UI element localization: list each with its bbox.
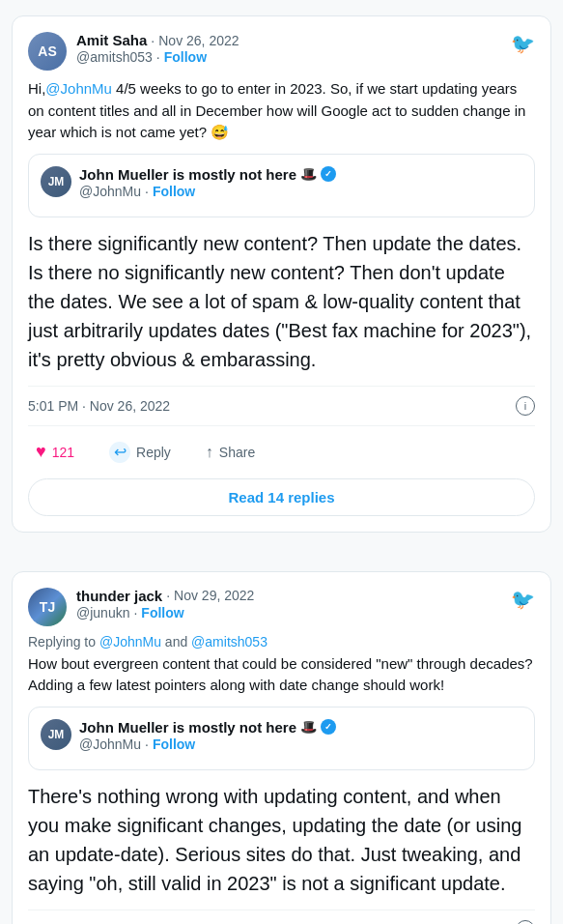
tweet2-original-avatar: TJ xyxy=(28,588,67,626)
tweet2-reply-box: JM John Mueller is mostly not here 🎩 ✓ @… xyxy=(28,707,535,770)
info-icon-1[interactable]: i xyxy=(516,396,535,416)
avatar-img-john-bot: JM xyxy=(41,719,71,750)
tweet1-original-dot: · xyxy=(151,33,155,48)
tweet1-meta-time: 5:01 PM · Nov 26, 2022 xyxy=(28,398,170,414)
avatar-img-thunder: TJ xyxy=(28,588,67,626)
tweet2-replying-mention2: @amitsh053 xyxy=(191,634,267,650)
tweet1-original-follow-link[interactable]: Follow xyxy=(164,49,207,65)
tweet1-reply-avatar: JM xyxy=(41,166,71,197)
twitter-icon-2: 🐦 xyxy=(511,588,535,611)
tweet2-original-date: Nov 29, 2022 xyxy=(174,588,254,603)
tweet1-original-date: Nov 26, 2022 xyxy=(158,33,239,48)
tweet1-reply-label: Reply xyxy=(136,445,171,460)
tweet2-reply-handle: @JohnMu xyxy=(79,736,141,752)
tweet2-main-text: There's nothing wrong with updating cont… xyxy=(28,782,535,898)
tweet2-reply-follow-dot: · xyxy=(145,736,149,752)
tweet2-replying-and: and xyxy=(165,634,187,650)
tweet2-original-follow-link[interactable]: Follow xyxy=(141,605,183,621)
tweet2-original-follow-dot: · xyxy=(133,605,137,621)
avatar-img-amit: AS xyxy=(28,32,67,71)
tweet2-original-user-info: thunder jack · Nov 29, 2022 @junukn · Fo… xyxy=(76,588,501,621)
spacer xyxy=(0,548,563,556)
tweet1-reply-name-row: John Mueller is mostly not here 🎩 ✓ xyxy=(79,166,522,183)
info-icon-2[interactable]: i xyxy=(516,920,535,925)
twitter-icon-1: 🐦 xyxy=(511,32,535,55)
tweet2-reply-name-row: John Mueller is mostly not here 🎩 ✓ xyxy=(79,719,522,736)
tweet1-meta: 5:01 PM · Nov 26, 2022 i xyxy=(28,386,535,426)
tweet2-reply-avatar: JM xyxy=(41,719,71,750)
tweet2-replying-mention1: @JohnMu xyxy=(99,634,161,650)
tweet2-reply-header: JM John Mueller is mostly not here 🎩 ✓ @… xyxy=(41,719,522,752)
heart-icon-1: ♥ xyxy=(36,442,46,462)
tweet2-original-dot: · xyxy=(166,588,170,603)
tweet2-reply-follow-link[interactable]: Follow xyxy=(153,736,195,752)
tweet1-share-button[interactable]: ↑ Share xyxy=(198,440,263,465)
tweet1-original-name-row: Amit Saha · Nov 26, 2022 xyxy=(76,32,501,48)
verified-badge-2: ✓ xyxy=(321,719,336,735)
tweet1-reply-follow-dot: · xyxy=(145,184,149,199)
tweet-card-1: AS Amit Saha · Nov 26, 2022 @amitsh053 ·… xyxy=(12,15,551,533)
tweet1-reply-handle: @JohnMu xyxy=(79,184,141,199)
tweet1-main-text: Is there significantly new content? Then… xyxy=(28,229,535,374)
tweet1-share-label: Share xyxy=(219,445,255,460)
tweet2-original-text: How bout evergreen content that could be… xyxy=(28,653,535,697)
tweet1-reply-header: JM John Mueller is mostly not here 🎩 ✓ @… xyxy=(41,166,522,199)
tweet2-reply-display-name: John Mueller is mostly not here xyxy=(79,719,296,736)
tweet2-reply-user-info: John Mueller is mostly not here 🎩 ✓ @Joh… xyxy=(79,719,522,752)
verified-badge-1: ✓ xyxy=(321,166,336,182)
tweet1-reply-button[interactable]: ↩ Reply xyxy=(101,438,179,467)
share-icon-1: ↑ xyxy=(206,444,213,461)
tweet1-reply-user-info: John Mueller is mostly not here 🎩 ✓ @Joh… xyxy=(79,166,522,199)
tweet1-original-text: Hi,@JohnMu 4/5 weeks to go to enter in 2… xyxy=(28,78,535,144)
hat-emoji-1: 🎩 xyxy=(300,166,317,182)
tweet1-original-follow-dot: · xyxy=(156,49,160,65)
tweet2-original-handle: @junukn xyxy=(76,605,129,621)
tweet-card-2: TJ thunder jack · Nov 29, 2022 @junukn ·… xyxy=(12,571,551,925)
replying-to-prefix: Replying to xyxy=(28,634,96,650)
tweet1-mention-johnmu: @JohnMu xyxy=(45,80,112,97)
tweet1-original-avatar: AS xyxy=(28,32,67,71)
tweet2-original-name-row: thunder jack · Nov 29, 2022 xyxy=(76,588,501,604)
tweet1-read-replies-button[interactable]: Read 14 replies xyxy=(28,478,535,516)
avatar-img-john-top: JM xyxy=(41,166,71,197)
reply-icon-1: ↩ xyxy=(109,442,130,463)
tweet1-reply-handle-row: @JohnMu · Follow xyxy=(79,184,522,199)
tweet2-original-handle-row: @junukn · Follow xyxy=(76,605,501,621)
tweet2-replying-to: Replying to @JohnMu and @amitsh053 xyxy=(28,634,535,650)
tweet1-reply-display-name: John Mueller is mostly not here xyxy=(79,166,296,183)
tweet1-original-handle-row: @amitsh053 · Follow xyxy=(76,49,501,65)
tweet2-reply-handle-row: @JohnMu · Follow xyxy=(79,736,522,752)
tweet2-meta: 7:39 AM · Nov 29, 2022 i xyxy=(28,910,535,925)
tweet2-original-display-name: thunder jack xyxy=(76,588,162,604)
tweet1-likes-count: 121 xyxy=(52,445,74,460)
tweet1-actions: ♥ 121 ↩ Reply ↑ Share xyxy=(28,434,535,471)
tweet1-reply-follow-link[interactable]: Follow xyxy=(153,184,195,199)
tweet2-original-header: TJ thunder jack · Nov 29, 2022 @junukn ·… xyxy=(28,588,535,626)
hat-emoji-2: 🎩 xyxy=(300,719,317,735)
tweet1-original-handle: @amitsh053 xyxy=(76,49,153,65)
tweet1-reply-box: JM John Mueller is mostly not here 🎩 ✓ @… xyxy=(28,154,535,217)
tweet1-original-user-info: Amit Saha · Nov 26, 2022 @amitsh053 · Fo… xyxy=(76,32,501,65)
tweet1-original-header: AS Amit Saha · Nov 26, 2022 @amitsh053 ·… xyxy=(28,32,535,71)
tweet1-like-button[interactable]: ♥ 121 xyxy=(28,438,82,466)
tweet1-original-display-name: Amit Saha xyxy=(76,32,147,48)
